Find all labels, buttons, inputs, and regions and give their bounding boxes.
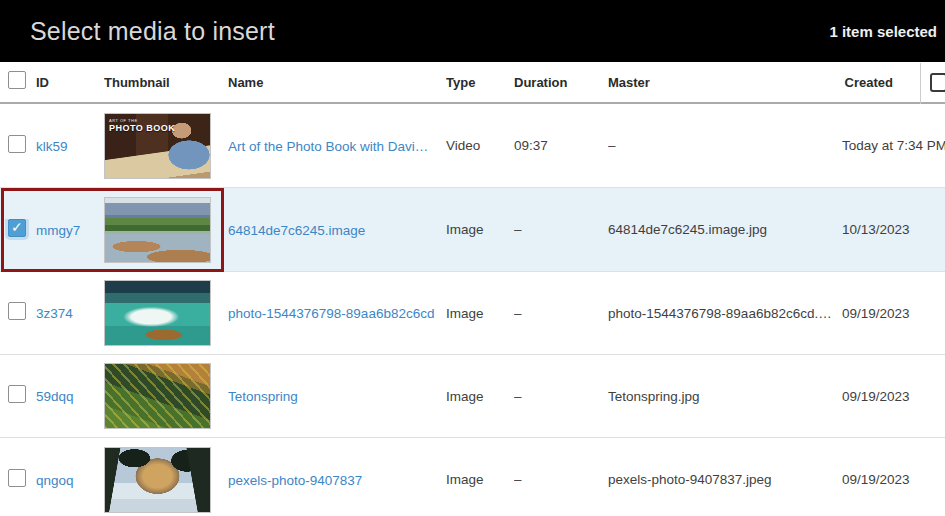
dialog-header: Select media to insert 1 item selected (0, 0, 945, 62)
row-checkbox[interactable] (8, 469, 26, 487)
media-type: Image (446, 306, 514, 321)
column-header-thumbnail[interactable]: Thumbnail (104, 75, 228, 90)
media-master: 64814de7c6245.image.jpg (608, 222, 840, 237)
media-picker-dialog: Select media to insert 1 item selected I… (0, 0, 945, 516)
media-type: Image (446, 472, 514, 487)
column-header-name[interactable]: Name (228, 75, 446, 90)
media-master: pexels-photo-9407837.jpeg (608, 472, 840, 487)
media-type: Video (446, 138, 514, 153)
row-checkbox[interactable] (8, 385, 26, 403)
media-duration: 09:37 (514, 138, 608, 153)
table-row[interactable]: 59dqq Tetonspring Image – Tetonspring.jp… (0, 355, 945, 438)
media-id-link[interactable]: 3z374 (36, 306, 73, 321)
table-row[interactable]: 3z374 photo-1544376798-89aa6b82c6cd Imag… (0, 272, 945, 355)
media-id-link[interactable]: mmgy7 (36, 223, 80, 238)
header-column-divider (920, 63, 921, 104)
thumbnail-image[interactable] (104, 280, 211, 346)
media-duration: – (514, 222, 608, 237)
column-header-type[interactable]: Type (446, 75, 514, 90)
media-name-link[interactable]: pexels-photo-9407837 (228, 473, 362, 488)
media-type: Image (446, 389, 514, 404)
media-created: 10/13/2023 (840, 222, 945, 237)
media-created: Today at 7:34 PM (840, 138, 945, 153)
media-master: Tetonspring.jpg (608, 389, 840, 404)
table-row-selected[interactable]: mmgy7 64814de7c6245.image Image – 64814d… (0, 188, 945, 272)
thumbnail-image[interactable] (104, 447, 211, 513)
row-checkbox[interactable] (8, 135, 26, 153)
thumbnail-image[interactable] (104, 197, 211, 263)
media-duration: – (514, 472, 608, 487)
media-created: 09/19/2023 (840, 389, 945, 404)
media-name-link[interactable]: photo-1544376798-89aa6b82c6cd (228, 306, 434, 321)
media-id-link[interactable]: qngoq (36, 473, 74, 488)
table-row[interactable]: qngoq pexels-photo-9407837 Image – pexel… (0, 438, 945, 516)
column-header-id[interactable]: ID (36, 75, 104, 90)
media-name-link[interactable]: Tetonspring (228, 389, 298, 404)
media-name-link[interactable]: 64814de7c6245.image (228, 223, 365, 238)
selection-status: 1 item selected (829, 23, 937, 40)
thumbnail-image[interactable] (104, 363, 211, 429)
thumbnail-overlay-text: PHOTO BOOK (109, 123, 175, 133)
page-title: Select media to insert (30, 17, 275, 46)
media-type: Image (446, 222, 514, 237)
media-duration: – (514, 306, 608, 321)
column-header-duration[interactable]: Duration (514, 75, 608, 90)
media-id-link[interactable]: klk59 (36, 139, 68, 154)
media-created: 09/19/2023 (840, 306, 945, 321)
media-id-link[interactable]: 59dqq (36, 389, 74, 404)
media-duration: – (514, 389, 608, 404)
select-all-checkbox[interactable] (8, 71, 26, 89)
table-header: ID Thumbnail Name Type Duration Master C… (0, 62, 945, 104)
media-created: 09/19/2023 (840, 472, 945, 487)
table-row[interactable]: klk59 ART OF THE PHOTO BOOK Art of the P… (0, 104, 945, 188)
column-settings-icon[interactable] (930, 73, 945, 92)
media-master: – (608, 138, 840, 153)
media-master: photo-1544376798-89aa6b82c6cd.… (608, 306, 840, 321)
media-name-link[interactable]: Art of the Photo Book with Davi… (228, 139, 428, 154)
column-header-master[interactable]: Master (608, 75, 840, 90)
row-checkbox[interactable] (8, 302, 26, 320)
thumbnail-image[interactable]: ART OF THE PHOTO BOOK (104, 113, 211, 179)
row-checkbox-checked[interactable] (8, 219, 26, 237)
